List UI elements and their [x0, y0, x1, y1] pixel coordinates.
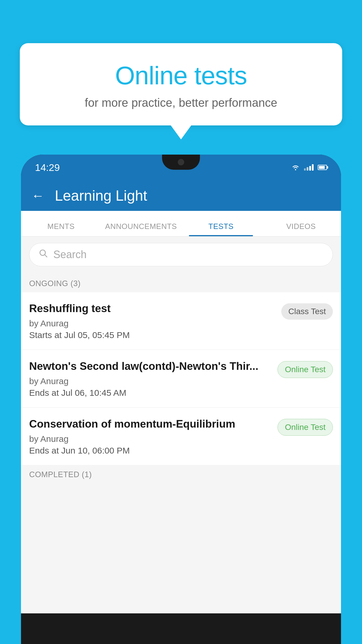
- test-info-conservation: Conservation of momentum-Equilibrium by …: [29, 417, 272, 456]
- test-name-conservation: Conservation of momentum-Equilibrium: [29, 417, 272, 431]
- tab-announcements[interactable]: ANNOUNCEMENTS: [101, 222, 181, 236]
- tab-ments[interactable]: MENTS: [21, 222, 101, 236]
- svg-point-0: [295, 169, 296, 170]
- tab-tests[interactable]: TESTS: [181, 222, 261, 236]
- ongoing-section-header: ONGOING (3): [21, 273, 341, 292]
- svg-line-2: [45, 255, 47, 257]
- completed-section-header: COMPLETED (1): [21, 466, 341, 483]
- test-item-reshuffling[interactable]: Reshuffling test by Anurag Starts at Jul…: [21, 292, 341, 349]
- test-info-reshuffling: Reshuffling test by Anurag Starts at Jul…: [29, 302, 275, 340]
- app-header: ← Learning Light: [21, 180, 341, 211]
- test-name-newton: Newton's Second law(contd)-Newton's Thir…: [29, 359, 272, 373]
- search-container: Search: [21, 237, 341, 273]
- content-area: ONGOING (3) Reshuffling test by Anurag S…: [21, 273, 341, 613]
- signal-icon: [304, 164, 314, 171]
- status-bar: 14:29: [21, 155, 341, 180]
- app-title: Learning Light: [55, 187, 147, 204]
- phone-frame: 14:29: [21, 155, 341, 644]
- notch: [162, 155, 200, 170]
- search-icon: [39, 249, 48, 261]
- wifi-icon: [291, 164, 300, 171]
- test-time-reshuffling: Starts at Jul 05, 05:45 PM: [29, 330, 275, 340]
- badge-online-test-newton: Online Test: [277, 361, 333, 378]
- speech-bubble-container: Online tests for more practice, better p…: [20, 43, 342, 125]
- test-item-newton[interactable]: Newton's Second law(contd)-Newton's Thir…: [21, 350, 341, 407]
- test-by-reshuffling: by Anurag: [29, 318, 275, 328]
- back-button[interactable]: ←: [31, 188, 44, 203]
- test-name-reshuffling: Reshuffling test: [29, 302, 275, 316]
- bubble-title: Online tests: [31, 61, 331, 90]
- test-item-conservation[interactable]: Conservation of momentum-Equilibrium by …: [21, 408, 341, 465]
- test-by-newton: by Anurag: [29, 376, 272, 386]
- speech-bubble: Online tests for more practice, better p…: [20, 43, 342, 125]
- battery-icon: [318, 165, 327, 170]
- test-by-conservation: by Anurag: [29, 434, 272, 444]
- badge-class-test: Class Test: [281, 303, 333, 320]
- test-info-newton: Newton's Second law(contd)-Newton's Thir…: [29, 359, 272, 398]
- tab-videos[interactable]: VIDEOS: [261, 222, 341, 236]
- search-placeholder-text: Search: [53, 249, 87, 261]
- test-time-newton: Ends at Jul 06, 10:45 AM: [29, 388, 272, 398]
- status-time: 14:29: [35, 162, 60, 173]
- status-icons: [291, 164, 327, 171]
- phone-content: ← Learning Light MENTS ANNOUNCEMENTS TES…: [21, 180, 341, 613]
- bubble-subtitle: for more practice, better performance: [31, 96, 331, 109]
- test-time-conservation: Ends at Jun 10, 06:00 PM: [29, 446, 272, 456]
- search-input-wrapper[interactable]: Search: [29, 243, 333, 266]
- tabs-container: MENTS ANNOUNCEMENTS TESTS VIDEOS: [21, 211, 341, 237]
- badge-online-test-conservation: Online Test: [277, 419, 333, 436]
- camera-dot: [178, 159, 184, 165]
